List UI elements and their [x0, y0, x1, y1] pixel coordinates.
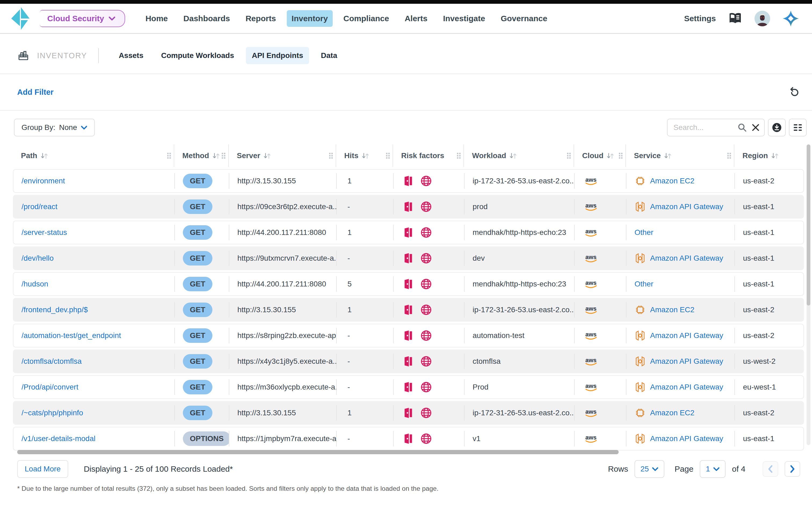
table-row[interactable]: /v1/user-details-modalOPTIONShttps://1jm…: [13, 427, 804, 450]
column-header-workload[interactable]: Workload: [464, 144, 574, 167]
nav-item-reports[interactable]: Reports: [241, 10, 281, 27]
vertical-scrollbar[interactable]: [807, 144, 810, 445]
service-link[interactable]: Amazon API Gateway: [650, 254, 723, 263]
clear-search-icon[interactable]: [751, 123, 760, 132]
path-link[interactable]: /server-status: [22, 228, 67, 237]
door-open-risk-icon[interactable]: [403, 356, 413, 367]
door-open-risk-icon[interactable]: [403, 201, 413, 212]
sort-icon[interactable]: [212, 152, 221, 160]
path-link[interactable]: /hudson: [22, 280, 48, 288]
table-row[interactable]: /prod/reactGEThttps://09ce3r6tp2.execute…: [13, 195, 804, 218]
path-link[interactable]: /environment: [22, 177, 65, 185]
tab-data[interactable]: Data: [315, 47, 343, 64]
door-open-risk-icon[interactable]: [403, 304, 413, 315]
horizontal-scrollbar[interactable]: [17, 450, 619, 454]
door-open-risk-icon[interactable]: [403, 252, 413, 264]
globe-risk-icon[interactable]: [420, 278, 432, 290]
ai-sparkle-icon[interactable]: [782, 10, 799, 27]
search-input[interactable]: [673, 123, 735, 132]
nav-item-investigate[interactable]: Investigate: [438, 10, 490, 27]
settings-link[interactable]: Settings: [684, 14, 716, 23]
table-row[interactable]: /ctomflsa/ctomflsaGEThttps://x4y3c1j8y5.…: [13, 349, 804, 373]
service-link[interactable]: Other: [635, 280, 653, 288]
globe-risk-icon[interactable]: [420, 407, 432, 418]
avatar[interactable]: [754, 11, 770, 26]
drag-grip-icon[interactable]: [726, 152, 732, 160]
group-by-dropdown[interactable]: Group By: None: [14, 118, 95, 136]
drag-grip-icon[interactable]: [618, 152, 623, 160]
nav-item-alerts[interactable]: Alerts: [400, 10, 432, 27]
door-open-risk-icon[interactable]: [403, 407, 413, 418]
door-open-risk-icon[interactable]: [403, 381, 413, 393]
path-link[interactable]: /prod/react: [22, 202, 58, 211]
sort-icon[interactable]: [606, 152, 615, 160]
path-link[interactable]: /Prod/api/convert: [22, 383, 78, 392]
service-link[interactable]: Amazon EC2: [650, 409, 695, 417]
path-link[interactable]: /frontend_dev.php/$: [22, 306, 88, 314]
drag-grip-icon[interactable]: [328, 152, 334, 160]
sort-icon[interactable]: [509, 152, 517, 160]
columns-button[interactable]: [789, 118, 807, 136]
drag-grip-icon[interactable]: [167, 152, 172, 160]
nav-item-home[interactable]: Home: [141, 10, 173, 27]
globe-risk-icon[interactable]: [420, 201, 432, 212]
nav-item-dashboards[interactable]: Dashboards: [178, 10, 235, 27]
page-select[interactable]: 1: [700, 460, 725, 478]
column-header-service[interactable]: Service: [626, 144, 734, 167]
table-row[interactable]: /~cats/php/phpinfoGEThttp://3.15.30.1551…: [13, 401, 804, 425]
drag-grip-icon[interactable]: [385, 152, 391, 160]
column-header-method[interactable]: Method: [174, 144, 229, 167]
globe-risk-icon[interactable]: [420, 252, 432, 264]
path-link[interactable]: /ctomflsa/ctomflsa: [22, 357, 81, 366]
download-button[interactable]: [768, 118, 786, 136]
column-header-cloud[interactable]: Cloud: [574, 144, 626, 167]
service-link[interactable]: Other: [635, 228, 653, 237]
service-link[interactable]: Amazon EC2: [650, 177, 695, 185]
door-open-risk-icon[interactable]: [403, 175, 413, 186]
table-row[interactable]: /frontend_dev.php/$GEThttp://3.15.30.155…: [13, 298, 804, 321]
drag-grip-icon[interactable]: [456, 152, 461, 160]
docs-book-icon[interactable]: [728, 12, 742, 25]
sort-icon[interactable]: [361, 152, 370, 160]
sort-icon[interactable]: [40, 152, 48, 160]
search-icon[interactable]: [737, 123, 747, 132]
sort-icon[interactable]: [771, 152, 779, 160]
prev-page-button[interactable]: [763, 461, 778, 477]
drag-grip-icon[interactable]: [566, 152, 571, 160]
nav-item-compliance[interactable]: Compliance: [339, 10, 394, 27]
load-more-button[interactable]: Load More: [17, 460, 68, 478]
next-page-button[interactable]: [785, 461, 800, 477]
orca-logo-icon[interactable]: [10, 6, 33, 31]
path-link[interactable]: /automation-test/get_endpoint: [22, 331, 121, 340]
table-row[interactable]: /hudsonGEThttp://44.200.117.211:80805men…: [13, 272, 804, 296]
rows-per-page-select[interactable]: 25: [635, 460, 664, 478]
drag-grip-icon[interactable]: [221, 152, 226, 160]
column-header-region[interactable]: Region: [734, 144, 804, 167]
globe-risk-icon[interactable]: [420, 433, 432, 444]
sort-icon[interactable]: [664, 152, 672, 160]
column-header-hits[interactable]: Hits: [336, 144, 393, 167]
sort-icon[interactable]: [263, 152, 271, 160]
door-open-risk-icon[interactable]: [403, 330, 413, 341]
globe-risk-icon[interactable]: [420, 330, 432, 341]
tab-api-endpoints[interactable]: API Endpoints: [246, 47, 309, 64]
table-row[interactable]: /dev/helloGEThttps://9utxmcrvn7.execute-…: [13, 246, 804, 270]
door-open-risk-icon[interactable]: [403, 433, 413, 444]
path-link[interactable]: /~cats/php/phpinfo: [22, 409, 83, 417]
column-header-path[interactable]: Path: [13, 144, 174, 167]
table-row[interactable]: /server-statusGEThttp://44.200.117.211:8…: [13, 221, 804, 244]
service-link[interactable]: Amazon API Gateway: [650, 357, 723, 366]
path-link[interactable]: /dev/hello: [22, 254, 54, 263]
globe-risk-icon[interactable]: [420, 175, 432, 186]
tab-compute-workloads[interactable]: Compute Workloads: [155, 47, 240, 64]
table-row[interactable]: /automation-test/get_endpointGEThttps://…: [13, 324, 804, 347]
globe-risk-icon[interactable]: [420, 381, 432, 393]
nav-item-governance[interactable]: Governance: [496, 10, 552, 27]
column-header-server[interactable]: Server: [229, 144, 336, 167]
add-filter-button[interactable]: Add Filter: [17, 88, 54, 97]
globe-risk-icon[interactable]: [420, 304, 432, 315]
table-row[interactable]: /environmentGEThttp://3.15.30.1551ip-172…: [13, 169, 804, 193]
globe-risk-icon[interactable]: [420, 227, 432, 238]
path-link[interactable]: /v1/user-details-modal: [22, 434, 95, 443]
service-link[interactable]: Amazon API Gateway: [650, 331, 723, 340]
